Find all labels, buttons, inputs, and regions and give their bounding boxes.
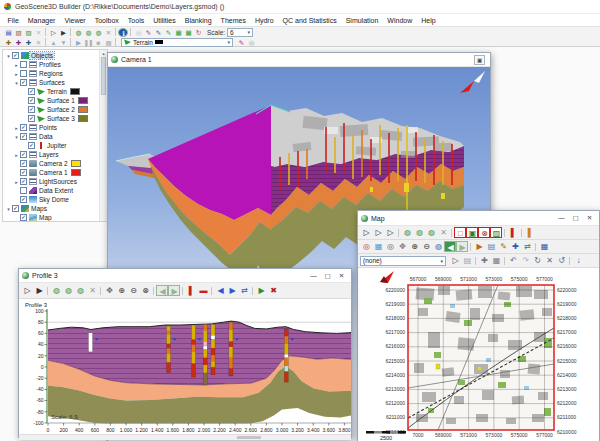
- zoom-window-icon[interactable]: ⊗: [139, 285, 151, 296]
- checkbox[interactable]: ✓: [20, 79, 27, 86]
- pan-tiles-icon[interactable]: ▦: [372, 241, 384, 252]
- select-rect-icon[interactable]: ▷: [372, 227, 384, 238]
- tree-item-map[interactable]: ✓Map: [3, 213, 99, 222]
- select-cursor-icon[interactable]: ▷: [360, 227, 372, 238]
- map-view[interactable]: 5670005690005710005730005750005770007000…: [358, 268, 599, 441]
- delete-node-icon[interactable]: ✕: [543, 255, 555, 266]
- checkbox[interactable]: ✓: [20, 160, 27, 167]
- edit-surface-icon[interactable]: ✎: [236, 38, 246, 47]
- dart-magenta-icon[interactable]: ✎: [143, 28, 153, 37]
- draw-pen-icon[interactable]: ▷: [449, 255, 461, 266]
- tree-item-data-extent[interactable]: Data Extent: [3, 186, 99, 195]
- scale-select[interactable]: 6 ▾: [227, 28, 253, 37]
- add-node-icon[interactable]: ✚: [478, 255, 490, 266]
- step-back-icon[interactable]: ◀: [214, 285, 226, 296]
- menu-manager[interactable]: Manager: [23, 17, 60, 24]
- minimize-button[interactable]: —: [557, 214, 566, 222]
- database-edit-icon[interactable]: ◍: [93, 28, 103, 37]
- magnify-red-icon[interactable]: ◎: [360, 241, 372, 252]
- menu-qc-and-statistics[interactable]: QC and Statistics: [278, 17, 341, 24]
- database-edit-icon[interactable]: ◍: [74, 285, 86, 296]
- remove-drill-icon[interactable]: ✕: [33, 38, 43, 47]
- database-close-icon[interactable]: ✕: [437, 227, 449, 238]
- minimize-button[interactable]: —: [309, 272, 318, 280]
- tree-scrollbar[interactable]: ▲: [99, 50, 107, 221]
- zoom-out-icon[interactable]: ⊖: [420, 241, 432, 252]
- tree-item-regions[interactable]: ▸Regions: [3, 69, 99, 78]
- menu-help[interactable]: Help: [417, 17, 440, 24]
- checkbox[interactable]: ✓: [20, 151, 27, 158]
- close-button[interactable]: ✕: [585, 214, 594, 222]
- move-up-icon[interactable]: ▲: [48, 38, 58, 47]
- record-icon[interactable]: ◎: [246, 38, 256, 47]
- zoom-window-icon[interactable]: □: [454, 227, 466, 238]
- snap-icon[interactable]: ◎: [133, 28, 143, 37]
- tree-item-objects[interactable]: ▾✓Objects: [3, 51, 99, 60]
- select-cursor-icon[interactable]: ▷: [21, 285, 33, 296]
- tree-item-layers[interactable]: ▸✓Layers: [3, 150, 99, 159]
- select-cursor-icon[interactable]: ▷: [48, 28, 58, 37]
- tree-item-terrain[interactable]: ✓Terrain: [3, 87, 99, 96]
- magnify-icon[interactable]: ◎: [384, 241, 396, 252]
- checkbox[interactable]: [20, 61, 27, 68]
- horizontal-marker-icon[interactable]: ▬: [197, 285, 209, 296]
- expander-icon[interactable]: ▸: [13, 62, 20, 68]
- tree-item-maps[interactable]: ▾✓Maps: [3, 204, 99, 213]
- close-profile-icon[interactable]: ✖: [267, 285, 279, 296]
- swap-icon[interactable]: ⇄: [521, 241, 533, 252]
- zoom-layer-icon[interactable]: ▣: [466, 227, 478, 238]
- checkbox[interactable]: ✓: [12, 205, 19, 212]
- profile-tool-icon[interactable]: ▌: [507, 227, 519, 238]
- step-forward-icon[interactable]: ▶: [226, 285, 238, 296]
- tree-item-sky-dome[interactable]: ✓Sky Dome: [3, 195, 99, 204]
- database-close-icon[interactable]: ✕: [86, 285, 98, 296]
- database-open-icon[interactable]: ◍: [50, 285, 62, 296]
- grid-green-icon[interactable]: ▦: [173, 28, 183, 37]
- close-button[interactable]: ✕: [337, 272, 346, 280]
- tree-item-surfaces[interactable]: ▾✓Surfaces: [3, 78, 99, 87]
- expander-icon[interactable]: ▸: [13, 125, 20, 131]
- checkbox[interactable]: ✓: [28, 106, 35, 113]
- menu-tools[interactable]: Tools: [123, 17, 148, 24]
- sync-icon[interactable]: ⇄: [238, 285, 250, 296]
- checkbox[interactable]: ✓: [12, 52, 19, 59]
- import-model-icon[interactable]: ▨: [23, 28, 33, 37]
- save-icon[interactable]: ▤: [3, 28, 13, 37]
- tree-item-surface-3[interactable]: ✓Surface 3: [3, 114, 99, 123]
- menu-utilities[interactable]: Utilities: [149, 17, 181, 24]
- menu-window[interactable]: Window: [383, 17, 417, 24]
- hand-pan-icon[interactable]: ✥: [103, 285, 115, 296]
- menu-themes[interactable]: Themes: [216, 17, 250, 24]
- tree-item-surface-2[interactable]: ✓Surface 2: [3, 105, 99, 114]
- select-object-cursor-icon[interactable]: ▶: [33, 285, 45, 296]
- expander-icon[interactable]: ▸: [13, 71, 20, 77]
- tree-item-lightsources[interactable]: ▸✓LightSources: [3, 177, 99, 186]
- checkbox[interactable]: ✓: [20, 178, 27, 185]
- menu-toolbox[interactable]: Toolbox: [90, 17, 123, 24]
- apply-icon[interactable]: ▶: [255, 285, 267, 296]
- database-refresh-icon[interactable]: ◍: [83, 28, 93, 37]
- zoom-in-icon[interactable]: ⊕: [408, 241, 420, 252]
- database-edit-icon[interactable]: ◍: [425, 227, 437, 238]
- grid-green2-icon[interactable]: ▦: [183, 28, 193, 37]
- profile-window-titlebar[interactable]: Profile 3 —▢✕: [19, 269, 351, 283]
- database-open-icon[interactable]: ◍: [401, 227, 413, 238]
- checkbox[interactable]: ✓: [20, 169, 27, 176]
- float-button[interactable]: ▣: [474, 55, 485, 65]
- database-refresh-icon[interactable]: ◍: [413, 227, 425, 238]
- checkbox[interactable]: ✓: [20, 214, 27, 221]
- frames-icon[interactable]: ▩: [103, 38, 113, 47]
- expander-icon[interactable]: ▸: [13, 152, 20, 158]
- profile-hscrollbar[interactable]: [19, 434, 351, 440]
- dart-blue-icon[interactable]: ✎: [153, 28, 163, 37]
- prev-view-icon[interactable]: ◀: [156, 285, 168, 296]
- tree-item-points[interactable]: ▸✓Points: [3, 123, 99, 132]
- pause-icon[interactable]: ❚❚: [83, 38, 93, 47]
- scrollbar-thumb[interactable]: [237, 436, 261, 439]
- maximize-button[interactable]: ▢: [571, 214, 580, 222]
- world-icon[interactable]: ◍: [432, 241, 444, 252]
- database-close-icon[interactable]: ✕: [103, 28, 113, 37]
- next-extent-icon[interactable]: ▶: [456, 241, 468, 252]
- tree-item-surface-1[interactable]: ✓Surface 1: [3, 96, 99, 105]
- tree-item-data[interactable]: ▾✓Data: [3, 132, 99, 141]
